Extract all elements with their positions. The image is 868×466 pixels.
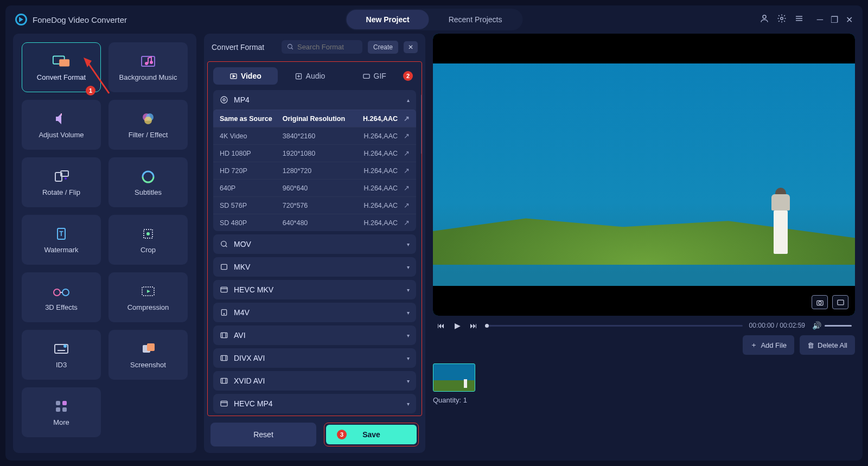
tool-more[interactable]: More [22,387,101,437]
format-icon [220,263,228,271]
preset-name: Same as Source [220,115,283,123]
tool-rotate-flip[interactable]: Rotate / Flip [22,157,101,207]
preset-codec: H.264,AAC [346,150,398,157]
preset-row[interactable]: Same as Source Original Resolution H.264… [213,110,416,127]
format-header[interactable]: HEVC MP4▾ [213,394,416,413]
export-icon[interactable]: ↗ [404,149,410,157]
tab-label: Video [241,72,261,80]
play-icon[interactable]: ▶ [452,321,462,330]
tool-compression[interactable]: Compression [108,272,188,322]
video-preview[interactable] [433,34,855,316]
quantity-label: Quantity: [433,396,461,404]
tab-recent-projects[interactable]: Recent Projects [429,10,522,29]
search-format-input[interactable] [297,43,357,51]
tool-screenshot[interactable]: Screenshot [108,330,188,380]
gear-icon[interactable] [777,14,787,25]
format-tab-gif[interactable]: GIF [342,67,406,85]
tool-label: Subtitles [135,188,162,196]
player-controls: ⏮ ▶ ⏭ 00:00:00 / 00:02:59 🔊 [433,321,855,330]
tool-subtitles[interactable]: Subtitles [108,157,188,207]
tool-adjust-volume[interactable]: Adjust Volume [22,100,101,150]
svg-line-47 [226,246,227,247]
svg-rect-29 [147,343,155,351]
tool-id3[interactable]: ID3 [22,330,101,380]
close-window-icon[interactable]: ✕ [846,15,853,25]
account-icon[interactable] [760,14,769,25]
format-tab-audio[interactable]: Audio [278,67,342,85]
format-header[interactable]: MOV▾ [213,234,416,254]
minimize-icon[interactable]: ─ [817,15,823,24]
format-header[interactable]: M4V▾ [213,303,416,322]
preset-table: Same as Source Original Resolution H.264… [213,110,416,231]
prev-icon[interactable]: ⏮ [436,321,446,330]
close-panel-icon[interactable]: ✕ [404,41,418,53]
next-icon[interactable]: ⏭ [469,321,478,330]
export-icon[interactable]: ↗ [404,219,410,227]
search-format-field[interactable] [282,40,362,54]
export-icon[interactable]: ↗ [404,184,410,192]
format-header[interactable]: XVID AVI▾ [213,371,416,391]
tool-watermark[interactable]: T Watermark [22,215,101,265]
export-icon[interactable]: ↗ [404,201,410,209]
format-group: MKV▾ [213,257,416,277]
format-header[interactable]: AVI▾ [213,325,416,345]
panel-title: Convert Format [212,43,264,52]
app-title: FoneDog Video Converter [33,15,127,24]
export-icon[interactable]: ↗ [404,114,410,123]
format-name: MKV [234,263,250,271]
create-button[interactable]: Create [368,41,398,54]
export-icon[interactable]: ↗ [404,167,410,175]
preset-row[interactable]: 640P 960*640 H.264,AAC ↗ [213,179,416,196]
menu-icon[interactable] [794,14,804,25]
format-group: MOV▾ [213,234,416,254]
format-header-mp4[interactable]: MP4 ▴ [213,90,416,110]
video-thumbnail[interactable] [433,363,475,392]
tool-label: Screenshot [130,361,166,369]
delete-all-button[interactable]: 🗑Delete All [800,335,855,355]
svg-rect-59 [221,378,227,383]
format-icon [220,331,228,340]
tool-crop[interactable]: Crop [108,215,188,265]
scrollbar[interactable] [421,94,422,154]
preset-name: 640P [220,184,283,192]
tool-label: Convert Format [37,73,86,81]
svg-point-45 [223,99,225,101]
tool-background-music[interactable]: Background Music [108,42,188,92]
preset-codec: H.264,AAC [346,184,398,192]
preset-name: HD 720P [220,167,283,175]
chevron-down-icon: ▾ [407,287,410,293]
format-group: M4V▾ [213,303,416,322]
export-icon[interactable]: ↗ [404,132,410,140]
format-header[interactable]: DIVX AVI▾ [213,348,416,368]
add-file-button[interactable]: ＋Add File [743,335,794,355]
format-header[interactable]: MKV▾ [213,257,416,277]
save-button[interactable]: 3 Save [326,425,417,444]
tool-label: Compression [127,303,169,311]
preset-row[interactable]: 4K Video 3840*2160 H.264,AAC ↗ [213,127,416,144]
preset-row[interactable]: HD 720P 1280*720 H.264,AAC ↗ [213,162,416,179]
format-list[interactable]: MP4 ▴ Same as Source Original Resolution… [208,90,422,416]
volume-slider[interactable] [825,325,852,327]
tab-new-project[interactable]: New Project [347,10,429,29]
snapshot-icon[interactable] [812,295,828,309]
fullscreen-icon[interactable] [832,295,848,309]
id3-icon [52,341,71,356]
preset-row[interactable]: SD 480P 640*480 H.264,AAC ↗ [213,214,416,231]
annotation-badge-2: 2 [403,71,413,81]
thumbnail-strip: Quantity: 1 [433,360,855,404]
tool-3d-effects[interactable]: 3D Effects [22,272,101,322]
format-header[interactable]: HEVC MKV▾ [213,280,416,299]
compress-icon [139,284,157,299]
format-tab-video[interactable]: Video [213,67,278,85]
preset-row[interactable]: HD 1080P 1920*1080 H.264,AAC ↗ [213,144,416,162]
volume-icon[interactable]: 🔊 [812,321,821,330]
seek-slider[interactable] [485,325,743,327]
reset-button[interactable]: Reset [210,423,316,446]
tool-label: Adjust Volume [39,131,84,139]
volume-icon [52,111,71,126]
svg-text:T: T [59,230,63,238]
maximize-icon[interactable]: ❐ [831,15,838,25]
tool-filter-effect[interactable]: Filter / Effect [108,100,188,150]
preset-row[interactable]: SD 576P 720*576 H.264,AAC ↗ [213,196,416,214]
tool-label: More [53,418,69,426]
